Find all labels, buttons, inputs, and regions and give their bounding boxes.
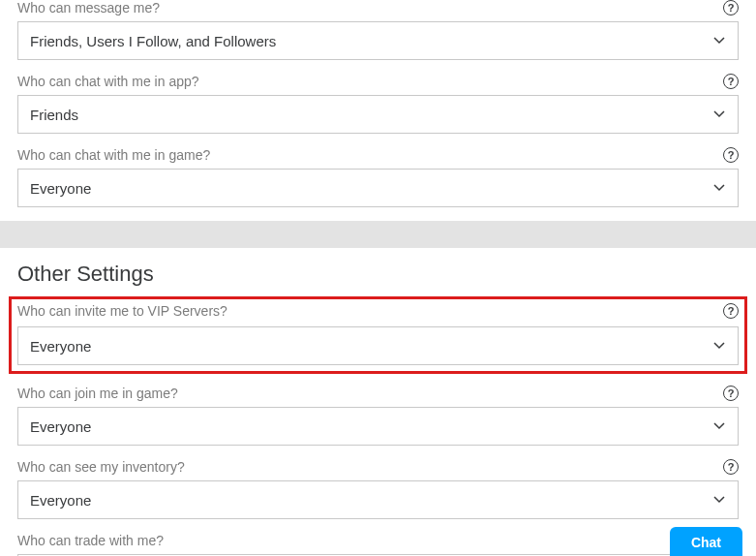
contact-settings-section: Who can message me? ? Friends, Users I F…: [0, 0, 756, 207]
select-who-can-see-inventory[interactable]: Everyone: [17, 480, 739, 519]
setting-label: Who can trade with me?: [17, 533, 164, 548]
chat-button[interactable]: Chat: [670, 527, 742, 556]
select-value: Friends, Users I Follow, and Followers: [30, 33, 712, 49]
select-who-can-chat-game[interactable]: Everyone: [17, 169, 739, 207]
help-icon[interactable]: ?: [723, 303, 739, 319]
setting-label: Who can invite me to VIP Servers?: [17, 303, 227, 319]
highlighted-setting: Who can invite me to VIP Servers? ? Ever…: [9, 296, 747, 374]
help-icon[interactable]: ?: [723, 459, 739, 475]
chevron-down-icon: [712, 419, 726, 433]
help-icon[interactable]: ?: [723, 74, 739, 89]
chevron-down-icon: [712, 108, 726, 121]
section-heading: Other Settings: [17, 262, 739, 287]
setting-who-can-message: Who can message me? ? Friends, Users I F…: [17, 0, 739, 60]
chevron-down-icon: [712, 339, 726, 353]
help-icon[interactable]: ?: [723, 386, 739, 401]
setting-label: Who can see my inventory?: [17, 459, 185, 475]
chevron-down-icon: [712, 34, 726, 47]
section-divider: [0, 221, 756, 248]
chevron-down-icon: [712, 493, 726, 507]
select-value: Everyone: [30, 492, 712, 509]
setting-who-can-join: Who can join me in game? ? Everyone: [17, 386, 739, 446]
setting-label: Who can chat with me in game?: [17, 147, 210, 163]
setting-who-can-trade: Who can trade with me? ? Everyone: [17, 533, 739, 556]
select-value: Everyone: [30, 338, 712, 355]
setting-label: Who can chat with me in app?: [17, 74, 199, 89]
setting-vip-servers: Who can invite me to VIP Servers? ? Ever…: [17, 303, 739, 365]
setting-label: Who can join me in game?: [17, 386, 178, 401]
help-icon[interactable]: ?: [723, 147, 739, 163]
select-who-can-message[interactable]: Friends, Users I Follow, and Followers: [17, 21, 739, 60]
chevron-down-icon: [712, 181, 726, 195]
select-value: Everyone: [30, 418, 712, 435]
setting-who-can-chat-game: Who can chat with me in game? ? Everyone: [17, 147, 739, 207]
setting-who-can-see-inventory: Who can see my inventory? ? Everyone: [17, 459, 739, 519]
select-value: Friends: [30, 107, 712, 123]
setting-label: Who can message me?: [17, 0, 160, 15]
setting-who-can-chat-app: Who can chat with me in app? ? Friends: [17, 74, 739, 134]
select-who-can-chat-app[interactable]: Friends: [17, 95, 739, 134]
select-vip-servers[interactable]: Everyone: [17, 326, 739, 365]
help-icon[interactable]: ?: [723, 0, 739, 15]
select-value: Everyone: [30, 180, 712, 197]
other-settings-section: Other Settings Who can invite me to VIP …: [0, 262, 756, 556]
select-who-can-join[interactable]: Everyone: [17, 407, 739, 446]
